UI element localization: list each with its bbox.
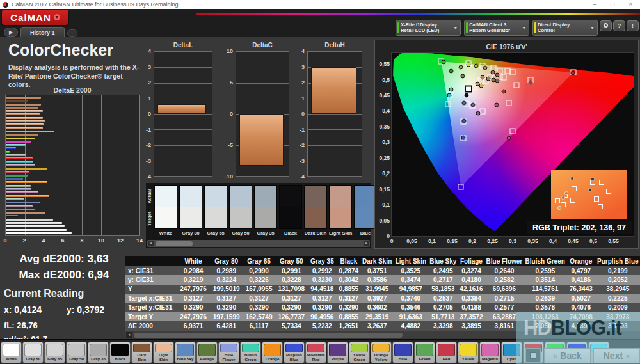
swatch-actual <box>330 186 351 207</box>
table-cell: 0,2990 <box>243 266 275 275</box>
patch-button-Blue Sky[interactable]: Blue Sky <box>175 342 196 363</box>
table-cell: 33,7973 <box>596 312 640 321</box>
patch-button-Purple[interactable]: Purple <box>327 342 348 363</box>
y-tick-label: -10 <box>223 173 233 180</box>
x-tick-label: 8 <box>80 237 83 244</box>
patch-button-Green[interactable]: Green <box>414 342 435 363</box>
tab-history-1[interactable]: History 1 <box>20 27 65 37</box>
swatch-target <box>205 207 227 229</box>
patch-button-Orange Yellow[interactable]: Orange Yellow <box>371 342 392 363</box>
x-tick-label: 0,45 <box>568 238 579 244</box>
deltae-bar-14 <box>6 144 26 146</box>
y-tick-label: -3 <box>141 158 151 164</box>
notification-button[interactable]: ! <box>627 20 639 31</box>
patch-button-Blue[interactable]: Blue <box>392 342 413 363</box>
table-cell: 58,1853 <box>428 285 458 294</box>
help-button[interactable]: ? <box>613 20 625 31</box>
add-tab-button[interactable]: + <box>67 29 77 37</box>
patch-label: Gray 65 <box>46 357 63 361</box>
table-cell: 3,3398 <box>428 321 458 330</box>
measured-dot-marker <box>449 88 453 92</box>
deltae-bar-38 <box>6 225 65 227</box>
patch-button-Red[interactable]: Red <box>436 342 457 363</box>
patch-button-Cyan[interactable]: Cyan <box>501 342 522 363</box>
table-cell: 3,2637 <box>361 321 394 330</box>
y-tick-label: 0,1 <box>382 202 390 208</box>
table-cell: 0,2577 <box>484 303 524 312</box>
column-header-Orange: Orange <box>566 256 596 266</box>
patch-button-Yellow Green[interactable]: Yellow Green <box>349 342 370 363</box>
patch-button-Yellow[interactable]: Yellow <box>458 342 479 363</box>
settings-gear-button[interactable] <box>600 20 612 31</box>
table-cell: 162,5749 <box>243 312 275 321</box>
meter-button-2[interactable]: Direct Display Control▼ <box>532 20 598 36</box>
patch-button-Gray 80[interactable]: Gray 80 <box>22 342 44 363</box>
cie-chart-title: CIE 1976 u'v' <box>375 43 638 51</box>
patch-button-Blue Flower[interactable]: Blue Flower <box>218 342 239 363</box>
y-tick-label: -1 <box>141 127 151 133</box>
patch-button-Purplish Blue[interactable]: Purplish Blue <box>284 342 305 363</box>
delta-chart-title-DeltaC: DeltaC <box>236 42 289 49</box>
measured-dot-marker <box>570 71 575 75</box>
table-cell: 0,3290 <box>243 303 275 312</box>
meter-button-0[interactable]: X-Rite i1Display Retail LCD (LED)▼ <box>396 20 461 36</box>
table-cell: 51,7713 <box>428 312 458 321</box>
maximize-icon[interactable]: □ <box>611 0 614 9</box>
patch-color-chip <box>198 344 216 356</box>
patch-button-White[interactable]: White <box>1 342 22 363</box>
gridline <box>308 145 362 146</box>
column-header-Gray 35: Gray 35 <box>308 256 337 266</box>
max-de2000-readout: Max dE2000: 6,94 <box>0 269 128 281</box>
corner-header <box>125 256 177 266</box>
scroll-left-icon[interactable]: ◄ <box>148 241 154 246</box>
deltae-bar-15 <box>6 147 16 149</box>
swatch-label: Dark Skin <box>304 230 327 236</box>
inset-square-marker <box>555 198 560 203</box>
scrollbar-thumb[interactable] <box>156 241 193 246</box>
meter-button-1[interactable]: CalMAN Client 3 Pattern Generator▼ <box>464 20 529 36</box>
meter-label: Direct Display Control <box>538 22 588 33</box>
swatch-strip-scrollbar[interactable]: ◄ ► <box>147 240 370 247</box>
x-tick-label: 6 <box>61 237 64 244</box>
close-icon[interactable]: × <box>628 0 632 9</box>
patch-button-Gray 35[interactable]: Gray 35 <box>88 342 109 363</box>
white-point-marker <box>465 86 472 93</box>
utility-buttons: ? ! <box>600 20 639 31</box>
scroll-right-icon[interactable]: ► <box>364 241 369 246</box>
table-cell: 0,2640 <box>484 266 524 275</box>
table-cell: 197,1599 <box>210 312 243 321</box>
swatch-chip <box>354 185 377 229</box>
patch-button-Orange[interactable]: Orange <box>262 342 283 363</box>
column-header-Blue Sky: Blue Sky <box>428 256 458 266</box>
stop-button[interactable] <box>525 348 541 363</box>
x-tick-label: 0,4 <box>549 238 557 244</box>
patch-button-Black[interactable]: Black <box>109 342 131 363</box>
patch-button-Gray 50[interactable]: Gray 50 <box>66 342 87 363</box>
swatch-target <box>355 207 376 229</box>
patch-button-Dark Skin[interactable]: Dark Skin <box>131 342 152 363</box>
table-cell: 38,2945 <box>596 285 640 294</box>
table-scrollbar[interactable]: ◄ <box>125 331 640 338</box>
tab-scroll-left-button[interactable]: ▶ <box>4 28 18 37</box>
patch-button-Moderate Red[interactable]: Moderate Red <box>305 342 326 363</box>
patch-label: Gray 80 <box>24 357 42 361</box>
scrollbar-thumb[interactable] <box>134 333 403 338</box>
deltae-bar-10 <box>6 131 54 132</box>
patch-button-Magenta[interactable]: Magenta <box>479 342 500 363</box>
patch-button-Bluish Green[interactable]: Bluish Green <box>240 342 261 363</box>
x-tick-label: 14 <box>136 237 143 244</box>
calman-menu-button[interactable]: CalMAN ▼ <box>2 10 68 25</box>
column-header-Black: Black <box>337 256 361 266</box>
back-button[interactable]: « Back <box>544 348 591 363</box>
next-button[interactable]: Next » <box>593 348 640 363</box>
minimize-icon[interactable]: – <box>593 0 597 9</box>
gridline <box>308 114 362 115</box>
swatch-target <box>305 207 326 229</box>
deltae-bar-1 <box>6 100 28 102</box>
patch-button-Light Skin[interactable]: Light Skin <box>153 342 174 363</box>
scroll-left-icon[interactable]: ◄ <box>126 332 132 338</box>
measured-dot-marker <box>460 74 465 78</box>
patch-button-Foliage[interactable]: Foliage <box>196 342 218 363</box>
patch-button-Gray 65[interactable]: Gray 65 <box>44 342 65 363</box>
table-cell: 2,0501 <box>524 321 566 330</box>
